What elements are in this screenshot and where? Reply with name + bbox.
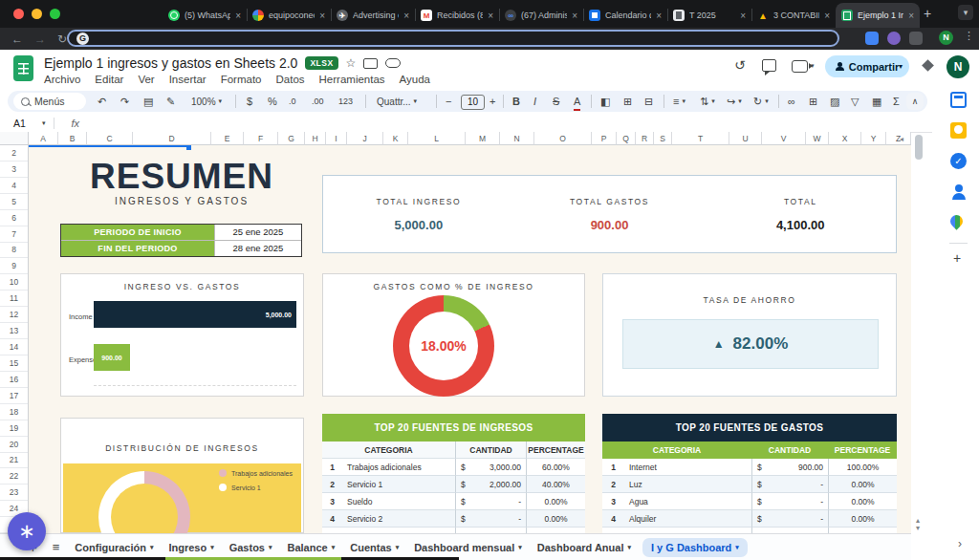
column-header-A[interactable]: A [29, 132, 58, 145]
account-avatar[interactable]: N [946, 55, 969, 78]
undo-icon[interactable]: ↶ [98, 91, 106, 112]
extension-fab[interactable]: ∗ [8, 512, 46, 550]
select-all-corner[interactable] [0, 132, 29, 145]
column-header-M[interactable]: M [466, 132, 500, 145]
row-header-9[interactable]: 9 [0, 258, 28, 274]
browser-menu-icon[interactable]: ⋮ [964, 30, 974, 42]
print-icon[interactable]: ▤ [143, 91, 153, 112]
tab-t2025[interactable]: T 2025 × [667, 3, 751, 28]
decrease-decimals-icon[interactable]: .0 [289, 91, 296, 112]
column-header-V[interactable]: V [762, 132, 806, 145]
name-box[interactable]: A1 [13, 118, 42, 129]
meet-caret-icon[interactable]: ▾ [811, 62, 815, 70]
insert-chart-icon[interactable]: ▨ [830, 91, 839, 112]
row-header-4[interactable]: 4 [0, 178, 28, 194]
bold-icon[interactable]: B [512, 91, 520, 112]
row-header-23[interactable]: 23 [0, 485, 28, 501]
extensions-puzzle-icon[interactable] [909, 32, 923, 45]
column-header-K[interactable]: K [383, 132, 408, 145]
extension-icon-blue[interactable] [865, 32, 879, 45]
row-headers[interactable]: 2345678910111213141516171819202122232425 [0, 145, 29, 533]
back-icon[interactable]: ← [11, 32, 23, 46]
font-select[interactable]: Quattr...▾ [377, 91, 417, 112]
text-color-icon[interactable]: A [574, 94, 580, 111]
browser-profile-avatar[interactable]: N [939, 31, 953, 45]
menu-formato[interactable]: Formato [221, 74, 262, 85]
paint-format-icon[interactable]: ✎ [166, 91, 175, 112]
period-start-value[interactable]: 25 ene 2025 [214, 225, 301, 240]
column-header-Y[interactable]: Y [861, 132, 886, 145]
sheet-tab-dashboard-anual[interactable]: Dashboard Anual▾ [537, 542, 631, 553]
meet-camera-icon[interactable] [792, 60, 808, 73]
tab-search-chevron[interactable]: ▾ [958, 5, 973, 20]
reload-icon[interactable]: ↻ [57, 32, 67, 46]
fill-color-icon[interactable]: ◧ [600, 91, 610, 112]
strikethrough-icon[interactable]: S [553, 91, 559, 112]
share-caret-icon[interactable]: ▾ [899, 55, 903, 77]
row-header-2[interactable]: 2 [0, 145, 28, 162]
sheet-tab-ingreso[interactable]: Ingreso▾ [168, 542, 213, 553]
column-header-Q[interactable]: Q [617, 132, 636, 145]
tab-drive[interactable]: ▲ 3 CONTABILIDAD × [751, 3, 836, 28]
row-header-14[interactable]: 14 [0, 339, 28, 355]
decrease-font-size-icon[interactable]: − [446, 91, 451, 112]
menu-ver[interactable]: Ver [138, 74, 154, 85]
name-box-caret-icon[interactable]: ▾ [42, 119, 46, 127]
menu-editar[interactable]: Editar [95, 74, 123, 85]
close-icon[interactable]: × [740, 11, 746, 21]
row-header-10[interactable]: 10 [0, 274, 28, 291]
row-header-5[interactable]: 5 [0, 194, 28, 210]
extension-icon-purple[interactable] [887, 32, 901, 45]
column-header-C[interactable]: C [87, 132, 133, 145]
column-header-H[interactable]: H [305, 132, 326, 145]
close-icon[interactable]: × [824, 11, 830, 21]
new-tab-button[interactable]: + [924, 6, 931, 21]
column-header-W[interactable]: W [806, 132, 829, 145]
insert-comment-icon[interactable]: ⊞ [809, 91, 817, 112]
share-button[interactable]: Compartir [825, 55, 909, 77]
table-views-icon[interactable]: ▦ [872, 91, 881, 112]
row-header-13[interactable]: 13 [0, 323, 28, 339]
tab-advertising[interactable]: ✈ Advertising on Ti × [331, 3, 415, 28]
row-header-17[interactable]: 17 [0, 388, 28, 404]
column-headers[interactable]: ABCDEFGHIJKLMNOPQRSTUVWXYZ [0, 132, 911, 145]
tasks-icon[interactable]: ✓ [950, 153, 967, 169]
column-header-D[interactable]: D [133, 132, 211, 145]
sheet-tab-gastos[interactable]: Gastos▾ [229, 542, 272, 553]
functions-icon[interactable]: Σ [893, 91, 900, 112]
column-header-Z[interactable]: Z [886, 132, 911, 145]
format-percent-icon[interactable]: % [268, 91, 277, 112]
menu-archivo[interactable]: Archivo [44, 74, 80, 85]
row-header-7[interactable]: 7 [0, 226, 28, 243]
column-header-G[interactable]: G [278, 132, 305, 145]
vertical-scrollbar[interactable] [915, 135, 923, 160]
toolbar-search[interactable]: Menús [13, 93, 86, 110]
close-icon[interactable]: × [572, 11, 577, 21]
column-header-O[interactable]: O [534, 132, 592, 145]
calendar-icon[interactable] [950, 92, 967, 108]
column-header-T[interactable]: T [672, 132, 729, 145]
sheet-tab-configuracion[interactable]: Configuración▾ [75, 542, 153, 553]
tab-gmail[interactable]: M Recibidos (873) × [415, 3, 499, 28]
zoom-select[interactable]: 100%▾ [191, 91, 222, 112]
increase-font-size-icon[interactable]: + [490, 91, 495, 112]
get-addons-icon[interactable]: + [953, 250, 961, 266]
star-icon[interactable]: ☆ [346, 56, 357, 70]
column-header-J[interactable]: J [347, 132, 383, 145]
collapse-toolbar-icon[interactable]: ∧ [906, 93, 924, 110]
menu-ayuda[interactable]: Ayuda [400, 74, 430, 85]
text-rotation-icon[interactable]: ↻▾ [753, 91, 769, 112]
scroll-down-icon[interactable]: ▾ [916, 524, 920, 532]
vertical-align-icon[interactable]: ⇅▾ [700, 91, 715, 112]
close-icon[interactable]: × [908, 11, 914, 21]
row-header-15[interactable]: 15 [0, 355, 28, 372]
minimize-window-button[interactable] [32, 9, 42, 19]
all-sheets-icon[interactable]: ≡ [53, 540, 60, 554]
column-header-R[interactable]: R [636, 132, 654, 145]
horizontal-align-icon[interactable]: ≡▾ [673, 91, 685, 112]
close-icon[interactable]: × [319, 11, 325, 21]
text-wrap-icon[interactable]: ↪▾ [727, 91, 742, 112]
document-title[interactable]: Ejemplo 1 ingresos y gastos en Sheets 2.… [44, 55, 297, 71]
increase-decimals-icon[interactable]: .00 [312, 91, 324, 112]
borders-icon[interactable]: ⊞ [623, 91, 632, 112]
